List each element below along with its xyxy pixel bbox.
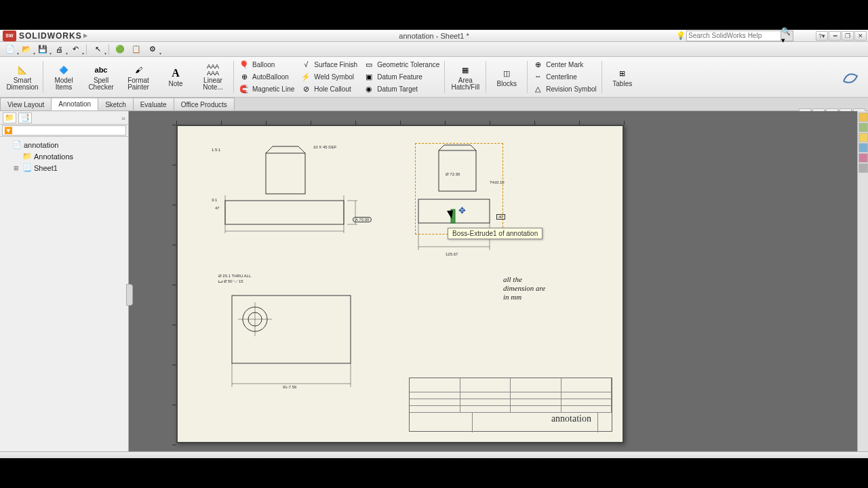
taskpane-resources-icon[interactable] (859, 123, 868, 132)
center-mark-icon: ⊕ (532, 60, 543, 69)
note-button[interactable]: ANote (157, 58, 194, 96)
hole-callout-icon: ⊘ (300, 85, 311, 94)
search-button[interactable]: 🔍▾ (781, 30, 793, 41)
help-button[interactable]: ?▾ (816, 31, 828, 41)
geometric-tolerance-button[interactable]: ▭Geometric Tolerance (363, 58, 439, 70)
app-logo: SW (3, 30, 16, 41)
title-bar: SW SOLIDWORKS ▶ annotation - Sheet1 * 💡 … (0, 30, 868, 42)
taskpane-explorer-icon[interactable] (859, 143, 868, 152)
status-bar (0, 451, 868, 458)
title-block[interactable]: annotation (409, 378, 612, 432)
pane-drag-handle[interactable] (126, 284, 133, 306)
workspace: 📁 📑 » 📄annotation 📁Annotations ⊞📃Sheet1 (0, 111, 868, 451)
ribbon-annotation: 📐Smart Dimension 🔷Model Items abcSpell C… (0, 57, 868, 98)
title-block-name[interactable]: annotation (551, 413, 591, 424)
dim-a70[interactable]: A 70.00 (353, 217, 372, 222)
model-items-button[interactable]: 🔷Model Items (45, 58, 82, 96)
center-mark-button[interactable]: ⊕Center Mark (532, 58, 596, 70)
drawing-icon: 📄 (12, 140, 22, 150)
tables-button[interactable]: ⊞Tables (604, 58, 641, 96)
rebuild-button[interactable]: 🟢 (113, 43, 127, 56)
autoballoon-button[interactable]: ⊕AutoBalloon (239, 70, 294, 83)
spell-checker-button[interactable]: abcSpell Checker (83, 58, 119, 96)
print-button[interactable]: 🖨 (52, 43, 66, 56)
quick-access-toolbar: 📄 📂 💾 🖨 ↶ ↖ 🟢 📋 ⚙ (0, 42, 868, 57)
balloon-button[interactable]: 🎈Balloon (239, 58, 294, 70)
search-input[interactable] (686, 30, 781, 41)
drawing-note[interactable]: all the dimension are in mm (503, 275, 545, 302)
help-bubble-icon[interactable]: 💡 (675, 31, 686, 40)
centerline-icon: ╌ (532, 72, 543, 81)
view-front[interactable] (212, 146, 361, 241)
options-button[interactable]: 📋 (129, 43, 144, 56)
ds-logo (837, 58, 864, 96)
new-button[interactable]: 📄 (3, 43, 18, 56)
dim-74tol[interactable]: 74±0.10 (490, 180, 505, 184)
drawing-canvas[interactable]: 1.5:1 10 X 45 DEF 3:1 47 A 70.00 Ø 72.30 (129, 111, 857, 451)
tab-view-layout[interactable]: View Layout (0, 98, 52, 110)
drawing-sheet[interactable]: 1.5:1 10 X 45 DEF 3:1 47 A 70.00 Ø 72.30 (176, 125, 624, 443)
dim-chamfer[interactable]: 10 X 45 DEF (313, 145, 336, 149)
tree-filter-input[interactable] (2, 125, 126, 136)
annotations-folder-icon: 📁 (22, 152, 32, 161)
app-menu-arrow[interactable]: ▶ (83, 33, 87, 39)
close-button[interactable]: ✕ (854, 31, 867, 41)
svg-rect-4 (225, 201, 344, 224)
select-button[interactable]: ↖ (90, 43, 105, 56)
blocks-button[interactable]: ◫Blocks (488, 58, 525, 96)
svg-line-12 (439, 145, 444, 150)
dim-scale-2[interactable]: 3:1 (212, 198, 217, 202)
dim-hole-thru[interactable]: Ø 25.1 THRU ALL (218, 274, 251, 278)
view-top[interactable] (225, 289, 361, 397)
svg-rect-20 (232, 296, 351, 363)
format-painter-button[interactable]: 🖌Format Painter (120, 58, 157, 96)
surface-finish-button[interactable]: √Surface Finish (300, 58, 357, 70)
linear-note-button[interactable]: AAAAAALinear Note... (195, 58, 231, 96)
minimize-button[interactable]: ━ (829, 31, 841, 41)
dim-cbore[interactable]: ⌴ Ø 50 ⌵ 15 (218, 279, 243, 283)
taskpane-view-icon[interactable] (859, 153, 868, 163)
hole-callout-button[interactable]: ⊘Hole Callout (300, 83, 357, 96)
svg-rect-0 (266, 153, 305, 194)
svg-line-3 (298, 146, 305, 153)
tree-item-annotations[interactable]: 📁Annotations (1, 150, 127, 162)
undo-button[interactable]: ↶ (68, 43, 83, 56)
weld-symbol-button[interactable]: ⚡Weld Symbol (300, 70, 357, 83)
dim-dia72[interactable]: Ø 72.30 (446, 172, 460, 176)
view-right[interactable] (418, 145, 507, 257)
dim-47[interactable]: 47 (215, 206, 220, 210)
tab-annotation[interactable]: Annotation (51, 98, 98, 110)
surface-finish-icon: √ (300, 60, 311, 69)
tree-root[interactable]: 📄annotation (1, 139, 127, 150)
datum-feature-icon: ▣ (363, 72, 374, 81)
area-hatch-button[interactable]: ▦Area Hatch/Fill (447, 58, 484, 96)
tab-evaluate[interactable]: Evaluate (133, 98, 174, 110)
taskpane-library-icon[interactable] (859, 133, 868, 142)
revision-symbol-button[interactable]: △Revision Symbol (532, 83, 596, 96)
collapse-pane-button[interactable]: » (121, 114, 125, 122)
taskpane-home-icon[interactable] (859, 113, 868, 122)
centerline-button[interactable]: ╌Centerline (532, 70, 596, 83)
hover-tooltip: Boss-Extrude1 of annotation (448, 228, 542, 239)
open-button[interactable]: 📂 (19, 43, 34, 56)
dim-scale-1[interactable]: 1.5:1 (212, 148, 220, 152)
sheet-icon: 📃 (22, 163, 32, 173)
dim-40[interactable]: 40 (496, 214, 505, 220)
svg-line-14 (471, 145, 476, 150)
feature-tree-tab[interactable]: 📁 (3, 113, 16, 123)
settings-button[interactable]: ⚙ (145, 43, 160, 56)
datum-feature-button[interactable]: ▣Datum Feature (363, 70, 439, 83)
taskpane-appearance-icon[interactable] (859, 163, 868, 173)
smart-dimension-button[interactable]: 📐Smart Dimension (4, 58, 41, 96)
restore-button[interactable]: ❐ (842, 31, 854, 41)
tree-item-sheet1[interactable]: ⊞📃Sheet1 (1, 162, 127, 174)
dim-125[interactable]: 125.67 (446, 252, 458, 256)
save-button[interactable]: 💾 (35, 43, 50, 56)
tab-office-products[interactable]: Office Products (174, 98, 235, 110)
magnetic-line-button[interactable]: 🧲Magnetic Line (239, 83, 294, 96)
tab-sketch[interactable]: Sketch (98, 98, 134, 110)
command-tabs: View Layout Annotation Sketch Evaluate O… (0, 98, 868, 111)
dim-91[interactable]: 91-7.56 (283, 385, 296, 389)
datum-target-button[interactable]: ◉Datum Target (363, 83, 439, 96)
property-tab[interactable]: 📑 (18, 113, 32, 123)
